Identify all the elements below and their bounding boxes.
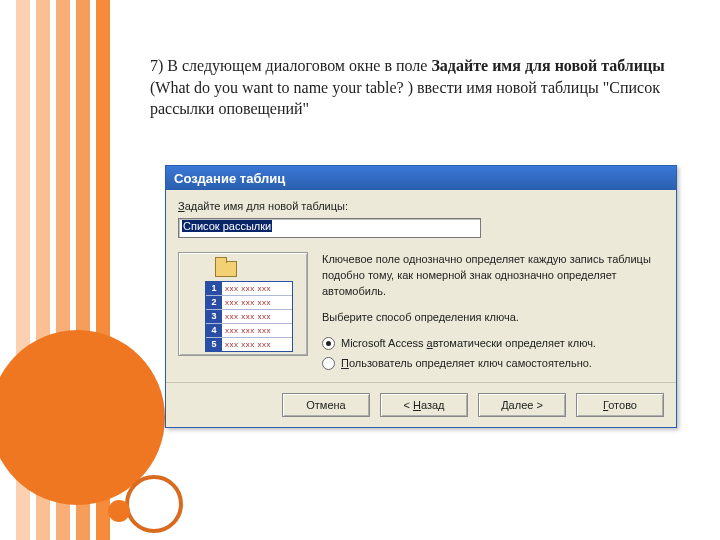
radio-user-key[interactable]: Пользователь определяет ключ самостоятел… — [322, 356, 664, 372]
prompt-text: адайте имя для новой таблицы: — [185, 200, 348, 212]
radio-auto-key[interactable]: Microsoft Access автоматически определяе… — [322, 336, 664, 352]
table-name-input[interactable]: Список рассылки — [178, 218, 481, 238]
illus-cells: xxx xxx xxx — [222, 324, 292, 337]
radio-user-key-label: Пользователь определяет ключ самостоятел… — [341, 356, 592, 372]
radio-auto-key-label: Microsoft Access автоматически определяе… — [341, 336, 596, 352]
key-choice-prompt: Выберите способ определения ключа. — [322, 310, 664, 326]
back-button[interactable]: < Назад — [380, 393, 468, 417]
finish-button[interactable]: Готово — [576, 393, 664, 417]
bg-circle-small — [108, 500, 130, 522]
back-button-label: < Назад — [403, 399, 444, 411]
table-name-prompt: Задайте имя для новой таблицы: — [178, 200, 664, 212]
text-prefix: 7) В следующем диалоговом окне в поле — [150, 57, 431, 74]
wizard-illustration: 1xxx xxx xxx 2xxx xxx xxx 3xxx xxx xxx 4… — [178, 252, 308, 356]
wizard-info-column: Ключевое поле однозначно определяет кажд… — [322, 252, 664, 376]
wizard-dialog: Создание таблиц Задайте имя для новой та… — [165, 165, 677, 428]
dialog-button-bar: Отмена < Назад Далее > Готово — [166, 382, 676, 427]
cancel-button[interactable]: Отмена — [282, 393, 370, 417]
illustration-table: 1xxx xxx xxx 2xxx xxx xxx 3xxx xxx xxx 4… — [205, 281, 293, 352]
illus-rownum: 3 — [206, 310, 222, 323]
illus-cells: xxx xxx xxx — [222, 310, 292, 323]
illus-rownum: 2 — [206, 296, 222, 309]
cancel-button-label: Отмена — [306, 399, 345, 411]
illus-rownum: 1 — [206, 282, 222, 295]
text-suffix: (What do you want to name your table? ) … — [150, 79, 660, 118]
dialog-title: Создание таблиц — [174, 171, 285, 186]
slide-instruction-text: 7) В следующем диалоговом окне в поле За… — [150, 55, 670, 120]
bg-circle-ring — [125, 475, 183, 533]
dialog-body: Задайте имя для новой таблицы: Список ра… — [166, 190, 676, 382]
radio-icon — [322, 337, 335, 350]
table-name-value: Список рассылки — [182, 220, 272, 232]
illus-cells: xxx xxx xxx — [222, 282, 292, 295]
illus-rownum: 4 — [206, 324, 222, 337]
illus-cells: xxx xxx xxx — [222, 338, 292, 351]
radio-icon — [322, 357, 335, 370]
next-button-label: Далее > — [501, 399, 543, 411]
dialog-titlebar: Создание таблиц — [166, 166, 676, 190]
next-button[interactable]: Далее > — [478, 393, 566, 417]
illus-cells: xxx xxx xxx — [222, 296, 292, 309]
finish-button-label: Готово — [603, 399, 637, 411]
illus-rownum: 5 — [206, 338, 222, 351]
folder-icon — [215, 261, 237, 277]
text-bold-field-name: Задайте имя для новой таблицы — [431, 57, 664, 74]
key-field-explanation: Ключевое поле однозначно определяет кажд… — [322, 252, 664, 300]
